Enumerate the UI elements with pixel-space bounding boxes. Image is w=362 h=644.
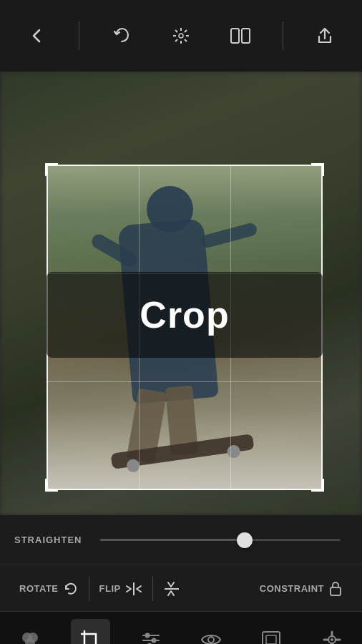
tab-crop[interactable] xyxy=(71,619,110,644)
tab-detail[interactable] xyxy=(192,619,231,644)
image-area[interactable]: Crop xyxy=(0,72,362,515)
flip-label: FLIP xyxy=(99,583,121,594)
person-arm-right xyxy=(200,222,258,249)
svg-point-28 xyxy=(331,638,333,641)
crop-overlay-top xyxy=(47,72,323,165)
svg-point-8 xyxy=(179,34,183,38)
eye-icon xyxy=(200,628,222,644)
straighten-label: STRAIGHTEN xyxy=(14,535,93,545)
svg-rect-13 xyxy=(331,587,341,595)
straighten-row: STRAIGHTEN xyxy=(0,515,362,565)
undo-button[interactable] xyxy=(104,18,140,54)
rotate-icon xyxy=(63,580,79,597)
tab-adjust[interactable] xyxy=(131,619,170,644)
svg-line-6 xyxy=(185,30,187,32)
skateboard-wheel-left xyxy=(126,459,140,473)
svg-point-24 xyxy=(208,637,214,643)
healing-icon xyxy=(322,628,342,644)
crop-overlay-left xyxy=(0,72,47,515)
svg-rect-17 xyxy=(84,634,96,644)
lock-icon xyxy=(328,580,343,596)
svg-rect-26 xyxy=(266,635,276,644)
flip-vertical-icon xyxy=(163,580,180,597)
crop-overlay-bottom xyxy=(47,490,323,515)
flip-vertical-action[interactable] xyxy=(155,565,189,611)
bottom-controls: STRAIGHTEN ROTATE FLIP xyxy=(0,515,362,644)
divider-2 xyxy=(283,21,283,50)
skateboard-wheel-right xyxy=(227,444,241,459)
svg-rect-9 xyxy=(231,29,239,43)
divider-flip-constraint xyxy=(152,576,153,601)
adjust-icon xyxy=(141,628,161,644)
magic-button[interactable] xyxy=(163,18,199,54)
flip-action[interactable]: FLIP xyxy=(91,565,151,611)
crop-icon xyxy=(80,628,100,644)
tab-bar xyxy=(0,612,362,644)
compare-button[interactable] xyxy=(222,18,258,54)
slider-fill xyxy=(100,539,245,541)
crop-corner-bl[interactable] xyxy=(45,479,58,492)
tab-color[interactable] xyxy=(11,619,50,644)
top-toolbar xyxy=(0,0,362,72)
svg-line-7 xyxy=(175,39,177,42)
frame-icon xyxy=(261,628,281,644)
crop-corner-tr[interactable] xyxy=(311,163,324,176)
divider-1 xyxy=(79,21,79,50)
slider-thumb[interactable] xyxy=(237,532,253,548)
svg-point-21 xyxy=(145,633,150,638)
svg-point-22 xyxy=(151,638,156,643)
crop-overlay-right xyxy=(323,72,362,515)
crop-corner-tl[interactable] xyxy=(45,163,58,176)
color-icon xyxy=(19,627,41,644)
svg-line-4 xyxy=(175,30,177,32)
svg-rect-25 xyxy=(263,632,280,644)
rotate-label: ROTATE xyxy=(19,583,59,594)
crop-label: Crop xyxy=(140,293,229,336)
share-button[interactable] xyxy=(307,18,343,54)
tab-frame[interactable] xyxy=(252,619,291,644)
flip-icon xyxy=(125,580,142,597)
tab-healing[interactable] xyxy=(312,619,351,644)
crop-label-overlay: Crop xyxy=(47,272,323,358)
constraint-action[interactable]: CONSTRAINT xyxy=(251,565,351,611)
constraint-label: CONSTRAINT xyxy=(260,583,324,594)
actions-row: ROTATE FLIP xyxy=(0,565,362,612)
crop-corner-br[interactable] xyxy=(311,479,324,492)
back-button[interactable] xyxy=(19,18,55,54)
rotate-action[interactable]: ROTATE xyxy=(11,565,87,611)
svg-line-5 xyxy=(185,39,187,42)
straighten-slider[interactable] xyxy=(100,539,341,541)
svg-rect-10 xyxy=(242,29,250,43)
divider-rotate-flip xyxy=(89,576,89,601)
